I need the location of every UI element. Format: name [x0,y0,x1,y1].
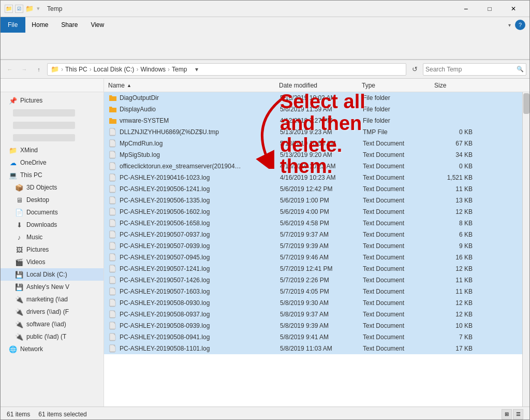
tab-file[interactable]: File [1,17,25,33]
file-row[interactable]: PC-ASHLEY-20190506-1335.log5/6/2019 1:00… [104,195,522,206]
sidebar-item-pictures-quick[interactable]: 📌Pictures [1,94,104,107]
file-size: 17 KB [435,345,477,352]
file-name: PC-ASHLEY-20190508-0941.log [120,334,280,341]
file-row[interactable]: PC-ASHLEY-20190508-0930.log5/8/2019 9:30… [104,297,522,309]
file-row[interactable]: PC-ASHLEY-20190508-0941.log5/8/2019 9:41… [104,331,522,343]
sidebar-item-placeholder3[interactable] [1,132,104,144]
sidebar-item-onedrive[interactable]: ☁OneDrive [1,156,104,169]
file-row[interactable]: PC-ASHLEY-20190507-0937.log5/7/2019 9:37… [104,229,522,240]
path-this-pc[interactable]: This PC [65,66,87,73]
sidebar-item-xmind[interactable]: 📁XMind [1,144,104,156]
path-local-disk[interactable]: Local Disk (C:) [94,66,135,73]
file-name: PC-ASHLEY-20190506-1335.log [120,197,280,204]
search-input[interactable] [425,66,517,73]
doc-icon [108,162,117,171]
sidebar-item-network[interactable]: 🌐Network [1,343,104,355]
file-type: Text Document [363,311,435,318]
file-type: Text Document [363,208,435,215]
file-row[interactable]: PC-ASHLEY-20190507-1603.log5/7/2019 4:05… [104,286,522,297]
col-name[interactable]: Name ▲ [104,79,275,92]
sidebar-item-3d-objects[interactable]: 📦3D Objects [1,181,104,194]
sidebar-item-videos[interactable]: 🎬Videos [1,256,104,268]
file-type: Text Document [363,220,435,227]
file-name: PC-ASHLEY-20190506-1602.log [120,208,280,215]
videos-icon: 🎬 [15,258,23,266]
documents-icon: 📄 [15,208,23,216]
file-size: 12 KB [435,265,477,272]
file-date: 5/13/2019 10:55 AM [280,140,363,147]
file-row[interactable]: PC-ASHLEY-20190507-1426.log5/7/2019 2:26… [104,274,522,286]
file-row[interactable]: PC-ASHLEY-20190506-1602.log5/6/2019 4:00… [104,206,522,218]
col-type[interactable]: Type [358,79,430,92]
sidebar-item-label-desktop: Desktop [26,196,49,204]
sidebar-item-placeholder1[interactable] [1,107,104,119]
sidebar-item-public[interactable]: 🔌public (\\ad) (T [1,330,104,343]
file-date: 5/7/2019 12:41 PM [280,265,363,272]
sidebar-item-documents[interactable]: 📄Documents [1,206,104,219]
tab-share[interactable]: Share [55,17,84,33]
sidebar-item-placeholder2[interactable] [1,119,104,132]
file-row[interactable]: vmware-SYSTEM4/12/2019 3:27 PMFile folde… [104,115,522,126]
sidebar-item-marketing[interactable]: 🔌marketing (\\ad [1,293,104,306]
file-row[interactable]: MpSigStub.log5/13/2019 9:20 AMText Docum… [104,149,522,161]
back-button[interactable]: ← [4,63,16,76]
tab-home[interactable]: Home [25,17,55,33]
file-row[interactable]: MpCmdRun.log5/13/2019 10:55 AMText Docum… [104,138,522,149]
sidebar-item-pictures[interactable]: 🖼Pictures [1,243,104,256]
file-row[interactable]: PC-ASHLEY-20190507-0945.log5/7/2019 9:46… [104,252,522,263]
sidebar-item-ashleys-new[interactable]: 💾Ashley's New V [1,281,104,293]
file-row[interactable]: PC-ASHLEY-20190508-1101.log5/8/2019 11:0… [104,343,522,354]
path-temp[interactable]: Temp [172,66,187,73]
file-row[interactable]: officeclicktorun.exe_streamserver(201904… [104,161,522,172]
file-row[interactable]: PC-ASHLEY-20190506-1241.log5/6/2019 12:4… [104,183,522,195]
col-date[interactable]: Date modified [275,79,358,92]
sidebar-item-downloads[interactable]: ⬇Downloads [1,219,104,231]
file-row[interactable]: DiagOutputDir5/13/2019 10:02 AMFile fold… [104,92,522,104]
file-row[interactable]: PC-ASHLEY-20190508-0939.log5/8/2019 9:39… [104,320,522,331]
view-grid-btn[interactable]: ⊞ [502,409,512,419]
help-button[interactable]: ? [515,20,525,30]
file-type: Text Document [363,140,435,147]
file-name: DiagOutputDir [120,94,280,102]
ribbon-tabs: File Home Share View ▾ ? [1,17,529,33]
tab-view[interactable]: View [84,17,111,33]
file-row[interactable]: PC-ASHLEY-20190506-1658.log5/6/2019 4:58… [104,218,522,229]
sidebar-item-music[interactable]: ♪Music [1,231,104,243]
sidebar-item-label-pictures: Pictures [26,246,49,253]
desktop-icon: 🖥 [15,196,23,204]
file-size: 13 KB [435,197,477,204]
file-row[interactable]: PC-ASHLEY-20190507-0939.log5/7/2019 9:39… [104,240,522,252]
col-size[interactable]: Size [430,79,472,92]
sidebar-item-desktop[interactable]: 🖥Desktop [1,194,104,206]
address-path[interactable]: 📁 › This PC › Local Disk (C:) › Windows … [47,63,406,76]
file-date: 5/13/2019 9:23 AM [280,128,363,136]
minimize-button[interactable]: − [454,1,478,17]
up-button[interactable]: ↑ [33,63,45,76]
file-type: Text Document [363,231,435,238]
path-windows[interactable]: Windows [140,66,166,73]
file-row[interactable]: DisplayAudio5/6/2019 11:59 AMFile folder [104,104,522,115]
sidebar-item-software[interactable]: 🔌software (\\ad) [1,318,104,330]
file-size: 9 KB [435,242,477,250]
view-list-btn[interactable]: ☰ [513,409,523,419]
close-button[interactable]: ✕ [502,1,525,17]
file-name: PC-ASHLEY-20190507-1241.log [120,265,280,272]
ribbon-collapse-btn[interactable]: ▾ [508,22,511,28]
scrollbar[interactable] [522,92,529,407]
path-dropdown-btn[interactable]: ▾ [193,66,200,73]
refresh-button[interactable]: ↺ [408,63,421,76]
maximize-button[interactable]: □ [478,1,502,17]
sidebar-item-drivers[interactable]: 🔌drivers (\\ad) (F [1,306,104,318]
sidebar-item-local-disk-c[interactable]: 💾Local Disk (C:) [1,268,104,281]
file-row[interactable]: PC-ASHLEY-20190508-0937.log5/8/2019 9:37… [104,309,522,320]
file-name: DisplayAudio [120,106,280,113]
search-box[interactable]: 🔍 [423,63,526,76]
file-row[interactable]: PC-ASHLEY-20190507-1241.log5/7/2019 12:4… [104,263,522,274]
sidebar-item-this-pc[interactable]: 💻This PC [1,169,104,181]
doc-icon [108,150,117,160]
file-row[interactable]: PC-ASHLEY-20190416-1023.log4/16/2019 10:… [104,172,522,183]
window-title: Temp [47,5,62,12]
file-row[interactable]: DLLZNJIZYHHU6869(Z%DZ$U.tmp5/13/2019 9:2… [104,126,522,138]
forward-button[interactable]: → [18,63,31,76]
file-name: PC-ASHLEY-20190506-1241.log [120,185,280,193]
